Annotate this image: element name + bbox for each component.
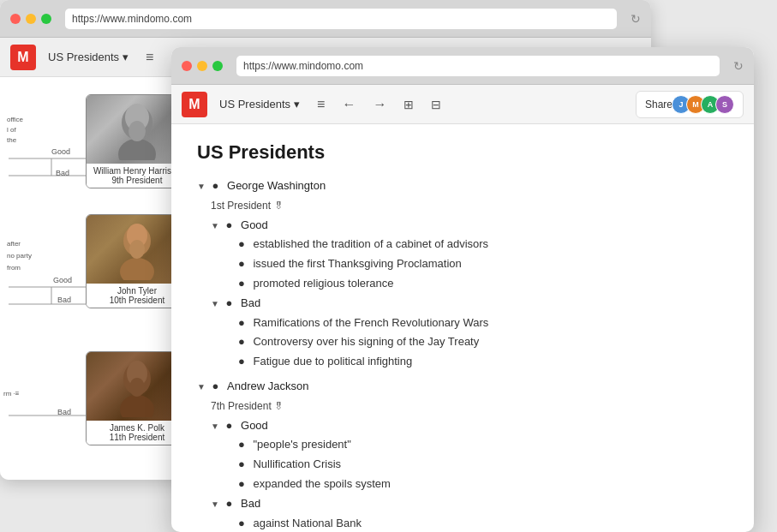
traffic-lights-front xyxy=(182,61,223,71)
forward-nav-front[interactable]: → xyxy=(368,93,391,116)
left-label-office: office xyxy=(7,116,23,123)
good-1-label: Good xyxy=(241,218,268,231)
chevron-down-icon-front: ▾ xyxy=(294,98,300,111)
app-title-front[interactable]: US Presidents ▾ xyxy=(214,94,305,114)
toggle-bad-2[interactable]: ▼ xyxy=(211,499,219,509)
good-2-item-1: ● "people's president" xyxy=(197,436,728,454)
brand-logo-back: M xyxy=(10,45,36,70)
chevron-down-icon: ▾ xyxy=(123,51,129,63)
bullet-g2-2: ● xyxy=(238,457,245,470)
good-1-text-1: established the tradition of a cabinet o… xyxy=(253,237,488,250)
app-title-back[interactable]: US Presidents ▾ xyxy=(43,47,134,67)
toggle-1[interactable]: ▼ xyxy=(197,182,206,191)
good-2-text-1: "people's president" xyxy=(253,438,350,451)
bullet-g1-1: ● xyxy=(238,237,245,250)
toggle-2[interactable]: ▼ xyxy=(197,382,206,392)
bad-1-text-2: Controversy over his signing of the Jay … xyxy=(253,335,479,348)
bullet-g1-3: ● xyxy=(238,277,245,290)
bullet-bad-2: ● xyxy=(226,497,233,510)
bullet-good-1: ● xyxy=(226,218,233,231)
bullet-b1-3: ● xyxy=(238,355,245,368)
toggle-good-2[interactable]: ▼ xyxy=(211,421,219,431)
good-2-row[interactable]: ▼ ● Good xyxy=(197,417,728,435)
svg-point-17 xyxy=(129,121,146,141)
good-1-text-3: promoted religious tolerance xyxy=(253,277,393,290)
share-label: Share xyxy=(645,99,672,111)
president-1-name: George Washington xyxy=(227,179,326,192)
share-button-front[interactable]: Share J M A S xyxy=(636,91,744,118)
left-label-from: from xyxy=(7,264,21,272)
bullet-1: ● xyxy=(212,179,219,192)
president-1-icon: 🎖 xyxy=(274,200,284,211)
embed-tool-front[interactable]: ⊞ xyxy=(398,94,419,115)
hamburger-menu-front[interactable]: ≡ xyxy=(312,93,330,116)
bullet-g2-3: ● xyxy=(238,477,245,490)
refresh-icon-front[interactable]: ↻ xyxy=(733,59,744,73)
outline-tree: ▼ ● George Washington 1st President 🎖 ▼ … xyxy=(197,177,728,532)
refresh-icon-back[interactable]: ↻ xyxy=(631,12,641,26)
avatar-4: S xyxy=(715,95,734,114)
share-tool-front-icon[interactable]: ⊟ xyxy=(426,94,446,115)
svg-point-20 xyxy=(120,258,154,280)
branch-good-1: Good xyxy=(51,147,70,156)
toggle-good-1[interactable]: ▼ xyxy=(211,221,219,230)
bad-2-row[interactable]: ▼ ● Bad xyxy=(197,495,728,513)
svg-point-25 xyxy=(129,378,145,397)
bad-2-text-1: against National Bank xyxy=(253,517,361,529)
back-nav-front[interactable]: ← xyxy=(337,93,361,116)
good-1-row[interactable]: ▼ ● Good xyxy=(197,217,728,235)
branch-bad-2: Bad xyxy=(57,296,71,304)
maximize-button-front[interactable] xyxy=(212,61,223,71)
bad-2-item-1: ● against National Bank xyxy=(197,515,728,532)
president-1-row[interactable]: ▼ ● George Washington xyxy=(197,177,728,195)
url-bar-back[interactable]: https://www.mindomo.com xyxy=(65,9,617,29)
bullet-g1-2: ● xyxy=(238,257,245,270)
avatar-group: J M A S xyxy=(676,95,734,114)
url-bar-front[interactable]: https://www.mindomo.com xyxy=(236,56,720,76)
good-2-label: Good xyxy=(241,419,268,432)
president-2-icon: 🎖 xyxy=(274,401,284,411)
hamburger-menu-back[interactable]: ≡ xyxy=(140,46,158,69)
bad-1-label: Bad xyxy=(241,296,260,309)
branch-bad-3: Bad xyxy=(57,408,71,416)
president-2-num-row: 7th President 🎖 xyxy=(197,398,728,415)
minimize-button-front[interactable] xyxy=(197,61,207,71)
president-2-name: Andrew Jackson xyxy=(227,380,308,392)
good-2-text-3: expanded the spoils system xyxy=(253,477,390,490)
bad-2-label: Bad xyxy=(241,497,260,510)
svg-point-24 xyxy=(120,395,154,417)
front-window: https://www.mindomo.com ↻ M US President… xyxy=(171,47,754,532)
maximize-button-back[interactable] xyxy=(41,14,51,24)
bullet-good-2: ● xyxy=(226,419,233,432)
bad-1-text-1: Ramifications of the French Revolutionar… xyxy=(253,316,488,329)
good-2-item-2: ● Nullification Crisis xyxy=(197,456,728,474)
president-2-num: 7th President xyxy=(211,400,272,412)
traffic-lights-back xyxy=(10,14,51,24)
president-1-num-row: 1st President 🎖 xyxy=(197,197,728,215)
url-text-front: https://www.mindomo.com xyxy=(243,60,363,72)
app-title-text-back: US Presidents xyxy=(48,51,119,63)
close-button-front[interactable] xyxy=(182,61,192,71)
president-1-num: 1st President xyxy=(211,200,271,212)
left-label-the: the xyxy=(7,136,16,144)
good-1-item-3: ● promoted religious tolerance xyxy=(197,275,728,293)
minimize-button-back[interactable] xyxy=(26,14,36,24)
good-1-text-2: issued the first Thanksgiving Proclamati… xyxy=(253,257,461,270)
branch-bad-1: Bad xyxy=(56,169,69,177)
bullet-b1-2: ● xyxy=(238,335,245,348)
left-label-rm: rm ·≡ xyxy=(3,390,19,398)
tyler-face-svg xyxy=(111,218,163,280)
svg-point-21 xyxy=(129,240,145,259)
polk-face-svg xyxy=(111,356,163,417)
toggle-bad-1[interactable]: ▼ xyxy=(211,299,219,308)
bullet-b1-1: ● xyxy=(238,316,245,329)
good-2-text-2: Nullification Crisis xyxy=(253,457,341,470)
bullet-g2-1: ● xyxy=(238,438,245,451)
bullet-bad-1: ● xyxy=(226,296,233,309)
bad-1-item-1: ● Ramifications of the French Revolution… xyxy=(197,314,728,332)
harrison-face-svg xyxy=(111,99,163,160)
close-button-back[interactable] xyxy=(10,14,21,24)
president-2-row[interactable]: ▼ ● Andrew Jackson xyxy=(197,378,728,396)
bad-1-row[interactable]: ▼ ● Bad xyxy=(197,295,728,313)
good-1-item-1: ● established the tradition of a cabinet… xyxy=(197,236,728,254)
